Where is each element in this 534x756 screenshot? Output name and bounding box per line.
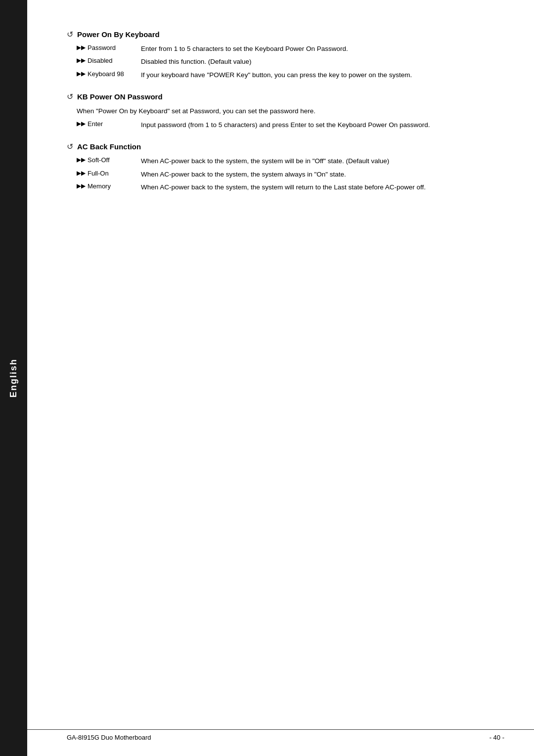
footer: GA-8I915G Duo Motherboard - 40 - [27,729,534,741]
section-icon-1: ↺ [67,30,73,39]
bullet-arrow-icon: ▶▶ [77,156,86,163]
footer-page: - 40 - [490,734,504,741]
item-row: ▶▶ Soft-Off When AC-power back to the sy… [77,156,504,166]
item-description: Disabled this function. (Default value) [141,57,504,67]
item-description: When AC-power back to the system, the sy… [141,182,504,192]
section-icon-3: ↺ [67,142,73,151]
item-label: Full-On [88,170,109,177]
bullet-arrow-icon: ▶▶ [77,120,86,127]
item-row: ▶▶ Full-On When AC-power back to the sys… [77,170,504,179]
section-1-items: ▶▶ Password Enter from 1 to 5 characters… [77,44,504,80]
section-header-2: ↺ KB Power ON Password [67,92,504,101]
item-bullet: ▶▶ Soft-Off [77,156,141,164]
section-title-3: AC Back Function [77,142,141,151]
section-2-items: ▶▶ Enter Input password (from 1 to 5 cha… [77,120,504,130]
item-bullet: ▶▶ Enter [77,120,141,128]
item-label: Disabled [88,57,113,64]
footer-model: GA-8I915G Duo Motherboard [67,734,151,741]
item-description: Input password (from 1 to 5 characters) … [141,120,504,130]
kb-note: When "Power On by Keyboard" set at Passw… [77,106,504,116]
section-header-1: ↺ Power On By Keyboard [67,30,504,39]
item-bullet: ▶▶ Keyboard 98 [77,70,141,78]
item-label: Soft-Off [88,156,110,164]
section-3-items: ▶▶ Soft-Off When AC-power back to the sy… [77,156,504,192]
section-title-2: KB Power ON Password [77,92,163,101]
section-power-on-by-keyboard: ↺ Power On By Keyboard ▶▶ Password Enter… [67,30,504,80]
item-row: ▶▶ Enter Input password (from 1 to 5 cha… [77,120,504,130]
sidebar-label: English [8,358,19,398]
item-bullet: ▶▶ Full-On [77,170,141,177]
item-description: If your keyboard have "POWER Key" button… [141,70,504,80]
bullet-arrow-icon: ▶▶ [77,70,86,77]
bullet-arrow-icon: ▶▶ [77,170,86,177]
item-row: ▶▶ Disabled Disabled this function. (Def… [77,57,504,67]
bullet-arrow-icon: ▶▶ [77,57,86,64]
item-bullet: ▶▶ Memory [77,182,141,190]
section-kb-power-on-password: ↺ KB Power ON Password When "Power On by… [67,92,504,131]
bullet-arrow-icon: ▶▶ [77,44,86,51]
item-row: ▶▶ Password Enter from 1 to 5 characters… [77,44,504,54]
item-description: When AC-power back to the system, the sy… [141,156,504,166]
item-description: Enter from 1 to 5 characters to set the … [141,44,504,54]
item-row: ▶▶ Memory When AC-power back to the syst… [77,182,504,192]
sidebar: English [0,0,27,756]
main-content: ↺ Power On By Keyboard ▶▶ Password Enter… [27,0,534,756]
item-description: When AC-power back to the system, the sy… [141,170,504,179]
item-label: Memory [88,182,111,190]
item-label: Keyboard 98 [88,70,124,78]
section-header-3: ↺ AC Back Function [67,142,504,151]
item-bullet: ▶▶ Disabled [77,57,141,64]
section-icon-2: ↺ [67,92,73,101]
item-label: Enter [88,120,103,128]
item-bullet: ▶▶ Password [77,44,141,51]
section-title-1: Power On By Keyboard [77,30,160,39]
section-ac-back-function: ↺ AC Back Function ▶▶ Soft-Off When AC-p… [67,142,504,192]
item-row: ▶▶ Keyboard 98 If your keyboard have "PO… [77,70,504,80]
item-label: Password [88,44,116,51]
bullet-arrow-icon: ▶▶ [77,182,86,189]
